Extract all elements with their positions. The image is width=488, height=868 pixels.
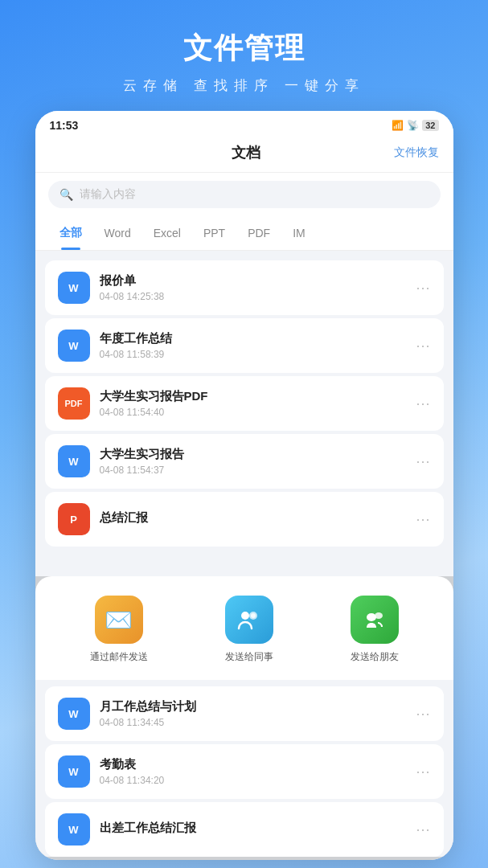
svg-point-2 <box>251 613 256 618</box>
colleague-share-icon <box>225 596 273 644</box>
file-name: 报价单 <box>100 273 407 289</box>
status-bar: 11:53 📶 📡 32 <box>35 111 453 135</box>
file-info: 报价单 04-08 14:25:38 <box>100 273 407 302</box>
share-popup: ✉️ 通过邮件发送 发送给同事 <box>35 576 453 860</box>
word-icon: W <box>58 755 90 788</box>
wifi-icon: 📡 <box>407 120 419 131</box>
list-item[interactable]: W 报价单 04-08 14:25:38 ··· <box>45 260 444 315</box>
tab-im[interactable]: IM <box>281 217 317 249</box>
word-icon: W <box>58 272 90 304</box>
tab-all[interactable]: 全部 <box>48 216 93 250</box>
share-card: ✉️ 通过邮件发送 发送给同事 <box>35 576 453 680</box>
file-name: 月工作总结与计划 <box>100 699 407 714</box>
status-time: 11:53 <box>50 119 79 132</box>
tab-excel[interactable]: Excel <box>142 217 192 249</box>
file-info: 年度工作总结 04-08 11:58:39 <box>100 331 407 360</box>
status-icons: 📶 📡 32 <box>392 120 438 131</box>
more-button[interactable]: ··· <box>416 395 430 412</box>
file-info: 大学生实习报告PDF 04-08 11:54:40 <box>100 389 407 418</box>
more-button[interactable]: ··· <box>416 511 430 528</box>
list-item[interactable]: W 出差工作总结汇报 ··· <box>45 802 444 857</box>
more-button[interactable]: ··· <box>416 706 430 723</box>
share-colleague-label: 发送给同事 <box>225 650 273 664</box>
nav-title: 文档 <box>232 143 260 162</box>
word-icon: W <box>58 330 90 362</box>
more-button[interactable]: ··· <box>416 821 430 838</box>
list-item[interactable]: P 总结汇报 ··· <box>45 492 444 547</box>
friend-share-icon <box>351 596 399 644</box>
files-below-popup: W 月工作总结与计划 04-08 11:34:45 ··· W 考勤表 04-0… <box>35 680 453 857</box>
word-icon: W <box>58 445 90 477</box>
search-bar: 🔍 请输入内容 <box>35 173 453 216</box>
tab-ppt[interactable]: PPT <box>192 217 236 249</box>
file-info: 总结汇报 <box>100 510 407 528</box>
list-item[interactable]: W 月工作总结与计划 04-08 11:34:45 ··· <box>45 686 444 741</box>
nav-bar: 文档 文件恢复 <box>35 135 453 173</box>
share-email-label: 通过邮件发送 <box>90 650 148 664</box>
file-date: 04-08 11:54:40 <box>100 407 407 418</box>
more-button[interactable]: ··· <box>416 453 430 470</box>
file-date: 04-08 11:58:39 <box>100 349 407 360</box>
svg-point-0 <box>241 612 249 620</box>
share-friend-label: 发送给朋友 <box>351 650 399 664</box>
share-email-option[interactable]: ✉️ 通过邮件发送 <box>90 596 148 664</box>
file-info: 出差工作总结汇报 <box>100 821 407 838</box>
tab-pdf[interactable]: PDF <box>236 217 281 249</box>
file-info: 考勤表 04-08 11:34:20 <box>100 757 407 786</box>
list-item[interactable]: W 大学生实习报告 04-08 11:54:37 ··· <box>45 434 444 489</box>
file-date: 04-08 11:54:37 <box>100 465 407 476</box>
search-input-wrap[interactable]: 🔍 请输入内容 <box>48 181 441 208</box>
list-item[interactable]: W 考勤表 04-08 11:34:20 ··· <box>45 744 444 799</box>
file-name: 考勤表 <box>100 757 407 772</box>
file-name: 年度工作总结 <box>100 331 407 346</box>
main-title: 文件管理 <box>16 29 472 68</box>
file-date: 04-08 11:34:45 <box>100 717 407 728</box>
more-button[interactable]: ··· <box>416 338 430 354</box>
share-friend-option[interactable]: 发送给朋友 <box>351 596 399 664</box>
signal-icon: 📶 <box>392 120 404 131</box>
svg-point-4 <box>375 612 383 619</box>
file-restore-button[interactable]: 文件恢复 <box>394 145 439 160</box>
search-icon: 🔍 <box>59 188 73 201</box>
list-item[interactable]: PDF 大学生实习报告PDF 04-08 11:54:40 ··· <box>45 376 444 431</box>
more-button[interactable]: ··· <box>416 280 430 297</box>
file-list: W 报价单 04-08 14:25:38 ··· W 年度工作总结 04-08 … <box>35 251 453 860</box>
phone-frame: 11:53 📶 📡 32 文档 文件恢复 🔍 请输入内容 全部 Word Exc… <box>35 111 453 860</box>
ppt-icon: P <box>58 503 90 535</box>
share-colleague-option[interactable]: 发送给同事 <box>225 596 273 664</box>
file-date: 04-08 14:25:38 <box>100 291 407 302</box>
tab-word[interactable]: Word <box>93 217 142 249</box>
file-date: 04-08 11:34:20 <box>100 775 407 786</box>
more-button[interactable]: ··· <box>416 764 430 780</box>
email-share-icon: ✉️ <box>95 596 143 644</box>
file-name: 出差工作总结汇报 <box>100 821 407 836</box>
file-name: 大学生实习报告 <box>100 447 407 462</box>
file-name: 大学生实习报告PDF <box>100 389 407 404</box>
file-info: 月工作总结与计划 04-08 11:34:45 <box>100 699 407 728</box>
word-icon: W <box>58 813 90 845</box>
search-placeholder: 请输入内容 <box>80 187 136 202</box>
file-info: 大学生实习报告 04-08 11:54:37 <box>100 447 407 476</box>
list-item[interactable]: W 年度工作总结 04-08 11:58:39 ··· <box>45 318 444 373</box>
tab-bar: 全部 Word Excel PPT PDF IM <box>35 216 453 251</box>
word-icon: W <box>58 698 90 730</box>
file-name: 总结汇报 <box>100 510 407 526</box>
pdf-icon: PDF <box>58 387 90 420</box>
subtitle: 云存储 查找排序 一键分享 <box>16 76 472 95</box>
header-section: 文件管理 云存储 查找排序 一键分享 <box>0 0 488 111</box>
battery-icon: 32 <box>422 120 438 131</box>
svg-point-3 <box>367 613 376 621</box>
